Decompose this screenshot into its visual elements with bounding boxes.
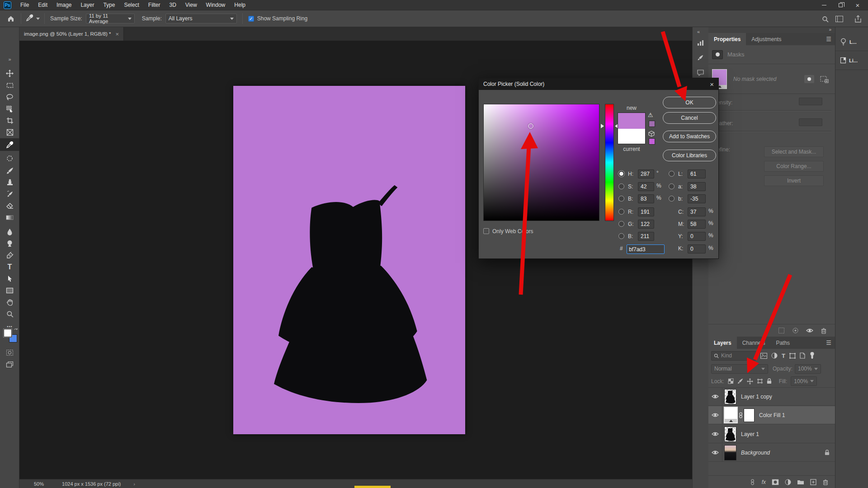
sample-dropdown[interactable]: All Layers — [165, 14, 237, 23]
ok-button[interactable]: OK — [663, 97, 716, 108]
tool-spot-healing-brush[interactable] — [0, 153, 19, 164]
h-value-field[interactable]: 287 — [638, 169, 654, 178]
visibility-eye-icon[interactable] — [708, 444, 722, 462]
feather-value-field[interactable] — [799, 118, 822, 126]
l-value-field[interactable]: 61 — [688, 169, 706, 178]
only-web-colors-checkbox[interactable] — [483, 228, 489, 234]
dialog-title-bar[interactable]: Color Picker (Solid Color) × — [479, 78, 718, 90]
close-dialog-icon[interactable]: × — [710, 80, 714, 88]
tool-rectangular-marquee[interactable] — [0, 80, 19, 91]
radio-lab-b[interactable] — [669, 196, 675, 202]
home-icon[interactable] — [7, 15, 14, 22]
radio-l[interactable] — [669, 171, 675, 177]
new-group-icon[interactable] — [797, 479, 804, 485]
menu-file[interactable]: File — [16, 0, 33, 10]
tool-object-selection[interactable] — [0, 103, 19, 114]
layer-name[interactable]: Layer 1 copy — [741, 394, 772, 400]
tab-paths[interactable]: Paths — [770, 337, 795, 349]
g-value-field[interactable]: 122 — [638, 220, 654, 229]
lock-transparency-icon[interactable] — [728, 378, 734, 384]
radio-s[interactable] — [618, 183, 624, 189]
tab-channels[interactable]: Channels — [737, 337, 771, 349]
expand-panels-icon[interactable]: « — [697, 29, 700, 34]
tool-eraser[interactable] — [0, 200, 19, 211]
y-value-field[interactable]: 0 — [688, 232, 706, 241]
tool-eyedropper[interactable] — [0, 138, 19, 151]
new-layer-icon[interactable] — [810, 479, 816, 485]
layer-thumbnail[interactable] — [724, 389, 736, 404]
tool-rectangle[interactable] — [0, 285, 19, 296]
collapse-toolbar-icon[interactable]: » — [0, 55, 19, 63]
menu-window[interactable]: Window — [202, 0, 230, 10]
radio-h[interactable] — [618, 171, 624, 177]
color-range-button[interactable]: Color Range... — [764, 161, 824, 172]
tool-preset-chevron-icon[interactable] — [36, 18, 40, 20]
layer-thumbnail[interactable] — [724, 445, 736, 460]
tool-blur[interactable] — [0, 226, 19, 237]
tool-hand[interactable] — [0, 296, 19, 308]
menu-layer[interactable]: Layer — [76, 0, 99, 10]
swap-colors-icon[interactable] — [14, 328, 18, 333]
add-pixel-mask-button[interactable] — [804, 75, 814, 83]
lab-b-value-field[interactable]: -35 — [688, 194, 706, 203]
workspace-switcher-icon[interactable] — [835, 16, 843, 22]
web-color-swatch[interactable] — [649, 138, 655, 145]
show-sampling-ring-checkbox[interactable]: ✓ — [248, 16, 254, 22]
lock-artboard-icon[interactable] — [757, 378, 763, 384]
radio-b-blue[interactable] — [618, 233, 624, 239]
radio-a[interactable] — [669, 183, 675, 189]
filter-toggle-icon[interactable] — [809, 352, 815, 360]
search-icon[interactable] — [822, 16, 829, 23]
tool-lasso[interactable] — [0, 91, 19, 103]
background-lock-icon[interactable] — [825, 450, 830, 455]
delete-layer-icon[interactable] — [822, 479, 829, 485]
lock-pixels-icon[interactable] — [737, 378, 743, 384]
tool-frame[interactable] — [0, 127, 19, 138]
color-field[interactable] — [483, 104, 599, 221]
eyedropper-tool-icon[interactable] — [26, 14, 33, 23]
filter-search-box[interactable]: Kind — [711, 351, 756, 361]
current-color-swatch[interactable] — [618, 129, 645, 144]
lock-position-icon[interactable] — [747, 378, 753, 385]
layer-row-background[interactable]: Background — [708, 444, 835, 462]
panel-menu-icon[interactable]: ☰ — [826, 339, 831, 346]
density-value-field[interactable] — [799, 98, 822, 105]
blend-mode-dropdown[interactable]: Normal — [711, 364, 768, 374]
libraries-panel-button[interactable]: Li... — [835, 51, 868, 70]
docked-panel-icon-3[interactable] — [697, 70, 704, 76]
radio-b-brightness[interactable] — [618, 196, 624, 202]
foreground-color-swatch[interactable] — [4, 329, 12, 337]
density-slider[interactable] — [712, 110, 831, 111]
tool-zoom[interactable] — [0, 308, 19, 319]
fill-field[interactable]: 100% — [791, 376, 817, 386]
document-tab[interactable]: image.png @ 50% (Layer 1, RGB/8) * × — [19, 27, 124, 41]
visibility-eye-icon[interactable] — [708, 388, 722, 406]
menu-help[interactable]: Help — [230, 0, 250, 10]
share-icon[interactable] — [854, 15, 862, 23]
tab-properties[interactable]: Properties — [708, 33, 746, 45]
quick-mask-icon[interactable] — [0, 347, 19, 358]
menu-3d[interactable]: 3D — [165, 0, 180, 10]
sample-size-dropdown[interactable]: 11 by 11 Average — [86, 14, 135, 23]
mask-visibility-eye-icon[interactable] — [806, 328, 813, 333]
radio-g[interactable] — [618, 221, 624, 227]
feather-slider[interactable] — [712, 131, 831, 132]
menu-edit[interactable]: Edit — [33, 0, 52, 10]
visibility-eye-icon[interactable] — [708, 425, 722, 443]
gamut-warning-icon[interactable]: ⚠ — [648, 112, 653, 118]
cancel-button[interactable]: Cancel — [663, 112, 716, 124]
r-value-field[interactable]: 191 — [638, 207, 654, 216]
learn-panel-button[interactable]: L... — [835, 33, 868, 51]
tool-dodge[interactable] — [0, 238, 19, 249]
tab-adjustments[interactable]: Adjustments — [746, 33, 787, 45]
tool-brush[interactable] — [0, 165, 19, 176]
hue-slider[interactable] — [605, 104, 614, 221]
filter-adjustment-layers-icon[interactable] — [771, 352, 778, 359]
b-value-field[interactable]: 83 — [638, 194, 654, 203]
layer-name[interactable]: Layer 1 — [741, 431, 759, 437]
restore-button[interactable] — [834, 0, 847, 10]
tab-layers[interactable]: Layers — [708, 337, 737, 349]
add-vector-mask-button[interactable] — [820, 75, 829, 83]
filter-shape-layers-icon[interactable] — [789, 353, 796, 359]
s-value-field[interactable]: 42 — [638, 182, 654, 191]
